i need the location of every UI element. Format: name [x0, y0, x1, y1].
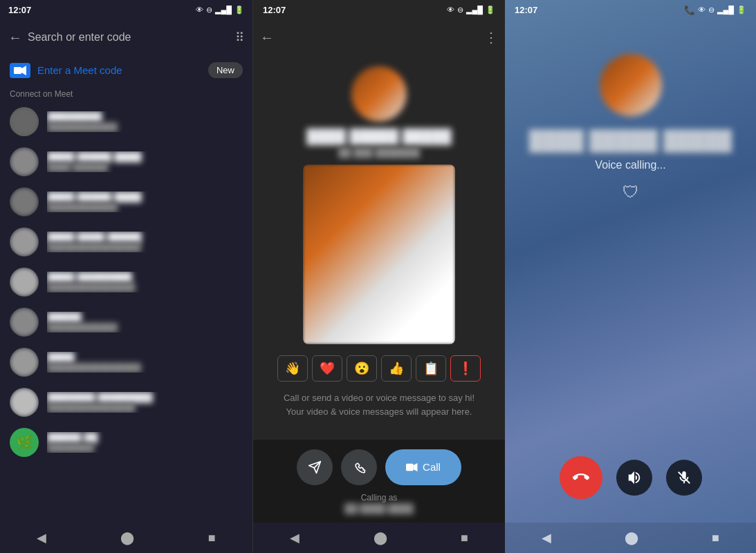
contact-email: ████████████████ — [47, 243, 243, 252]
phone-status-icon: 📞 — [684, 5, 695, 15]
svg-rect-2 — [406, 463, 414, 471]
reaction-clipboard[interactable]: 📋 — [416, 355, 446, 382]
shield-icon: 🛡 — [623, 182, 639, 202]
recents-nav-button[interactable]: ■ — [194, 525, 230, 551]
contact-email: ███████████████ — [47, 403, 243, 413]
reaction-heart[interactable]: ❤️ — [312, 355, 342, 382]
list-item[interactable]: █████ ████████████ — [0, 302, 252, 342]
back-arrow-icon[interactable]: ← — [8, 30, 22, 46]
list-item[interactable]: ████ ████████████████ — [0, 342, 252, 382]
contact-info: █████ ████████████ — [47, 312, 243, 332]
video-call-button[interactable]: Call — [385, 449, 461, 485]
search-input[interactable]: Search or enter code — [28, 31, 230, 44]
reaction-wave[interactable]: 👋 — [277, 355, 308, 382]
voice-back-nav[interactable]: ◀ — [528, 525, 565, 551]
battery-icon-2: 🔋 — [486, 6, 495, 15]
list-item[interactable]: 🌿 █████ ██ ████████ — [0, 422, 252, 462]
list-item[interactable]: ████████ ████████████ — [0, 102, 252, 142]
chat-back-arrow[interactable]: ← — [260, 30, 274, 46]
eye-icon-3: 👁 — [698, 6, 706, 14]
avatar — [10, 308, 39, 337]
meet-code-row[interactable]: Enter a Meet code New — [0, 55, 252, 85]
list-item[interactable]: ████ ████ █████ ████████████████ — [0, 222, 252, 262]
mute-button[interactable] — [666, 460, 702, 496]
avatar: 🌿 — [10, 428, 39, 457]
contact-name: ████ ████ █████ — [47, 232, 243, 243]
list-item[interactable]: ████ ████████ ███████████████ — [0, 262, 252, 302]
contact-info: ████ ████████████████ — [47, 352, 243, 373]
reaction-row: 👋 ❤️ 😮 👍 📋 ❗ — [277, 355, 481, 382]
avatar — [10, 227, 39, 256]
voice-call-button[interactable] — [341, 449, 377, 485]
calling-as-email: ██ ████ ████ — [344, 503, 413, 514]
search-bar: ← Search or enter code ⠿ — [0, 19, 252, 55]
circle-icon-2: ⊖ — [457, 6, 463, 15]
back-nav-button[interactable]: ◀ — [23, 525, 60, 551]
status-time-2: 12:07 — [263, 5, 286, 15]
chat-recents-nav[interactable]: ■ — [447, 525, 482, 551]
list-item[interactable]: ███████ ████████ ███████████████ — [0, 382, 252, 422]
meet-code-label: Enter a Meet code — [37, 64, 201, 76]
svg-marker-1 — [21, 66, 26, 75]
chat-header: ← ⋮ — [253, 19, 505, 55]
contact-info: ████ ████ █████ ████████████████ — [47, 232, 243, 252]
more-options-icon[interactable]: ⋮ — [484, 29, 498, 46]
contact-info: ████████ ████████████ — [47, 111, 243, 132]
battery-icon: 🔋 — [234, 6, 244, 15]
voice-home-nav[interactable]: ⬤ — [611, 525, 652, 551]
contact-email: ████████ — [47, 443, 243, 453]
nav-bar-3: ◀ ⬤ ■ — [505, 523, 756, 553]
send-button[interactable] — [297, 449, 333, 485]
battery-icon-3: 🔋 — [737, 6, 746, 15]
grid-icon[interactable]: ⠿ — [235, 30, 244, 45]
status-bar-contacts: 12:07 👁 ⊖ ▂▄█ 🔋 — [0, 0, 252, 19]
status-time-3: 12:07 — [515, 5, 537, 15]
speaker-button[interactable] — [616, 460, 652, 496]
status-bar-chat: 12:07 👁 ⊖ ▂▄█ 🔋 — [253, 0, 505, 19]
svg-marker-3 — [414, 463, 418, 471]
call-label: Call — [423, 461, 441, 473]
end-call-button[interactable] — [560, 456, 602, 499]
voice-recents-nav[interactable]: ■ — [698, 525, 733, 551]
avatar — [10, 348, 39, 377]
avatar — [10, 107, 39, 136]
list-item[interactable]: ████ █████ ████ ████ ██████ — [0, 142, 252, 182]
avatar — [10, 268, 39, 297]
contact-email: ████ ██████ — [47, 162, 243, 172]
contact-name: ████████ — [47, 111, 243, 122]
contact-name: █████ — [47, 312, 243, 323]
voice-calling-text: Voice calling... — [595, 159, 665, 171]
chat-contact-avatar — [351, 66, 407, 122]
home-nav-button[interactable]: ⬤ — [107, 525, 148, 551]
reaction-thumbsup[interactable]: 👍 — [381, 355, 412, 382]
chat-panel: 12:07 👁 ⊖ ▂▄█ 🔋 ← ⋮ ████ █████ █████ ██ … — [252, 0, 505, 553]
avatar — [10, 147, 39, 176]
status-icons-3: 📞 👁 ⊖ ▂▄█ 🔋 — [684, 5, 746, 15]
svg-rect-0 — [14, 67, 21, 74]
contact-info: █████ ██ ████████ — [47, 432, 243, 453]
reaction-alert[interactable]: ❗ — [450, 355, 481, 382]
contact-name: ████ ████████ — [47, 272, 243, 283]
signal-icon: ▂▄█ — [215, 6, 232, 15]
chat-actions: Call Calling as ██ ████ ████ — [253, 440, 505, 523]
chat-home-nav[interactable]: ⬤ — [360, 525, 401, 551]
status-icons-1: 👁 ⊖ ▂▄█ 🔋 — [196, 6, 244, 15]
voice-contact-name: ████ █████ █████ — [529, 130, 732, 152]
chat-content: ████ █████ █████ ██ ███ ███████ 👋 ❤️ 😮 👍… — [253, 55, 505, 440]
reaction-wow[interactable]: 😮 — [347, 355, 377, 382]
contact-info: ████ ████████ ███████████████ — [47, 272, 243, 292]
contact-email: ████████████████ — [47, 363, 243, 373]
chat-message-hint: Call or send a video or voice message to… — [264, 391, 494, 418]
status-bar-voice: 12:07 📞 👁 ⊖ ▂▄█ 🔋 — [505, 0, 756, 19]
avatar — [10, 388, 39, 417]
action-buttons: Call — [297, 449, 461, 485]
contacts-panel: 12:07 👁 ⊖ ▂▄█ 🔋 ← Search or enter code ⠿… — [0, 0, 252, 553]
chat-back-nav[interactable]: ◀ — [276, 525, 313, 551]
list-item[interactable]: ████ █████ ████ ████████████ — [0, 182, 252, 222]
contact-name: ████ — [47, 352, 243, 363]
new-badge: New — [208, 62, 243, 78]
contact-email: ████████████ — [47, 203, 243, 212]
contact-email: ███████████████ — [47, 283, 243, 292]
contact-info: ████ █████ ████ ████████████ — [47, 191, 243, 212]
calling-as-label: Calling as — [361, 491, 398, 503]
